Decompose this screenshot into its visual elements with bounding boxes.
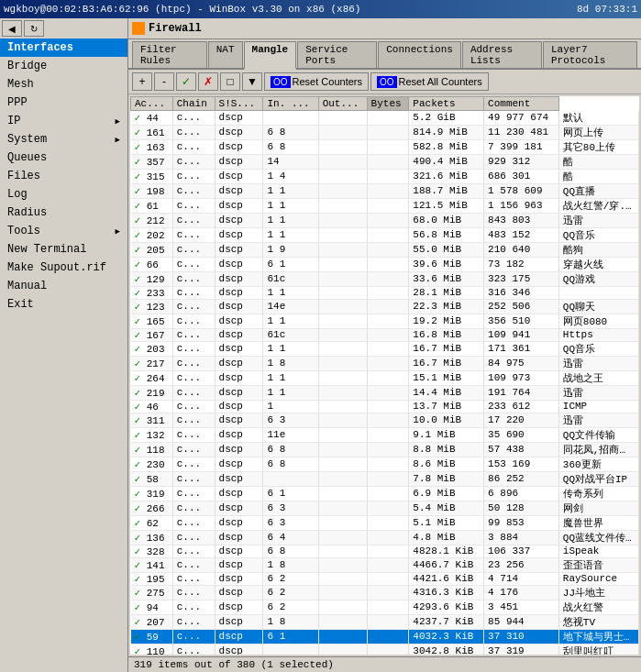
table-row[interactable]: ✓ 264c...dscp1 115.1 MiB109 973战地之王: [131, 370, 639, 385]
table-container[interactable]: Ac...ChainS!S...In. ...Out...BytesPacket…: [130, 96, 639, 655]
table-row[interactable]: ✓ 357c...dscp14490.4 MiB929 312酷: [131, 154, 639, 169]
table-row[interactable]: ✓ 217c...dscp1 816.7 MiB84 975迅雷: [131, 356, 639, 370]
sidebar-item-mesh[interactable]: Mesh: [0, 75, 127, 94]
sidebar-item-files[interactable]: Files: [0, 167, 127, 185]
cell-c: c...: [172, 356, 215, 370]
sidebar-item-tools[interactable]: Tools▶: [0, 222, 127, 240]
table-row[interactable]: ✓ 165c...dscp1 119.2 MiB356 510网页8080: [131, 314, 639, 328]
table-row[interactable]: ✓ 123c...dscp14e22.3 MiB252 506QQ聊天: [131, 299, 639, 314]
copy-button[interactable]: □: [220, 72, 240, 91]
table-row[interactable]: ✓ 198c...dscp1 1188.7 MiB1 578 609QQ直播: [131, 183, 639, 198]
sidebar-item-queues[interactable]: Queues: [0, 149, 127, 167]
cell-c: c...: [172, 271, 215, 286]
sidebar-item-log[interactable]: Log: [0, 185, 127, 204]
table-row[interactable]: ✓ 233c...dscp1 128.1 MiB316 346: [131, 286, 639, 299]
remove-button[interactable]: -: [154, 72, 174, 91]
table-row[interactable]: ✓ 46c...dscp113.7 MiB233 612ICMP: [131, 400, 639, 413]
table-row[interactable]: ✓ 141c...dscp1 84466.7 KiB23 256歪歪语音: [131, 557, 639, 572]
col-header-packets[interactable]: Packets: [409, 97, 484, 111]
table-row[interactable]: ✓ 167c...dscp61c16.8 MiB109 941Https: [131, 328, 639, 341]
reset-all-button[interactable]: OO Reset All Counters: [370, 72, 489, 91]
table-row[interactable]: ✓ 315c...dscp1 4321.6 MiB686 301酷: [131, 169, 639, 183]
table-row[interactable]: ✓ 136c...dscp6 44.8 MiB3 884QQ蓝线文件传输: [131, 530, 639, 545]
tab-service-ports[interactable]: Service Ports: [297, 41, 377, 68]
col-header-in[interactable]: In. ...: [263, 97, 318, 111]
cell-bytes: 582.8 MiB: [409, 139, 484, 154]
cell-packets: 85 944: [484, 614, 559, 629]
cell-comment: 传奇系列: [558, 486, 638, 501]
filter-button[interactable]: ▼: [242, 72, 262, 91]
col-header-comment[interactable]: Comment: [484, 97, 559, 111]
check-button[interactable]: ✓: [176, 72, 196, 91]
sidebar-item-system[interactable]: System▶: [0, 130, 127, 149]
table-row[interactable]: ✓ 207c...dscp1 84237.7 KiB85 944悠视TV: [131, 614, 639, 629]
table-row[interactable]: ✓ 118c...dscp6 88.8 MiB57 438同花凤,招商证卷: [131, 442, 639, 457]
table-row[interactable]: ✓ 59c...dscp6 14032.3 KiB37 310地下城与男士...: [131, 629, 639, 644]
table-row[interactable]: ✓ 161c...dscp6 8814.9 MiB11 230 481网页上传: [131, 125, 639, 139]
sidebar-item-interfaces[interactable]: Interfaces: [0, 39, 127, 57]
tab-layer7[interactable]: Layer7 Protocols: [543, 41, 637, 68]
table-row[interactable]: ✓ 266c...dscp6 35.4 MiB50 128网剑: [131, 501, 639, 515]
cell-packets: 1 578 609: [484, 183, 559, 198]
table-row[interactable]: ✓ 44c...dscp5.2 GiB49 977 674默认: [131, 111, 639, 126]
table-row[interactable]: ✓ 132c...dscp11e9.1 MiB35 690QQ文件传输: [131, 427, 639, 442]
table-row[interactable]: ✓ 61c...dscp1 1121.5 MiB1 156 963战火红警/穿.…: [131, 198, 639, 213]
table-row[interactable]: ✓ 219c...dscp1 114.4 MiB191 764迅雷: [131, 385, 639, 400]
table-row[interactable]: ✓ 319c...dscp6 16.9 MiB6 896传奇系列: [131, 486, 639, 501]
table-row[interactable]: ✓ 163c...dscp6 8582.8 MiB7 399 181其它80上传: [131, 139, 639, 154]
sidebar-item-ppp[interactable]: PPP: [0, 94, 127, 112]
cell-sss: 14e: [263, 299, 318, 314]
nav-forward-button[interactable]: ↻: [24, 20, 44, 37]
table-row[interactable]: ✓ 212c...dscp1 168.0 MiB843 803迅雷: [131, 213, 639, 227]
sidebar-item-manual[interactable]: Manual: [0, 277, 127, 295]
nav-back-button[interactable]: ◀: [2, 20, 22, 37]
cell-c: c...: [172, 328, 215, 341]
sidebar-item-make-supout[interactable]: Make Supout.rif: [0, 259, 127, 277]
table-row[interactable]: ✓ 203c...dscp1 116.7 MiB171 361QQ音乐: [131, 341, 639, 356]
col-header-bytes[interactable]: Bytes: [367, 97, 409, 111]
table-row[interactable]: ✓ 58c...dscp7.8 MiB86 252QQ对战平台IP: [131, 471, 639, 486]
tab-nat[interactable]: NAT: [208, 41, 243, 68]
cell-c: c...: [172, 314, 215, 328]
table-row[interactable]: ✓ 205c...dscp1 955.0 MiB210 640酷狗: [131, 242, 639, 257]
table-row[interactable]: ✓ 328c...dscp6 84828.1 KiB106 337iSpeak: [131, 545, 639, 557]
cell-ac: ✓ 198: [131, 183, 173, 198]
cell-in: [318, 169, 367, 183]
table-row[interactable]: ✓ 129c...dscp61c33.6 MiB323 175QQ游戏: [131, 271, 639, 286]
add-button[interactable]: +: [132, 72, 152, 91]
table-row[interactable]: ✓ 202c...dscp1 156.8 MiB483 152QQ音乐: [131, 227, 639, 242]
table-row[interactable]: ✓ 311c...dscp6 310.0 MiB17 220迅雷: [131, 413, 639, 427]
tab-mangle[interactable]: Mangle: [244, 41, 297, 70]
col-header-ac[interactable]: Ac...: [131, 97, 173, 111]
cell-c: c...: [172, 413, 215, 427]
reset-counters-button[interactable]: OO Reset Counters: [264, 72, 369, 91]
tab-connections[interactable]: Connections: [378, 41, 461, 68]
sidebar-item-new-terminal[interactable]: New Terminal: [0, 240, 127, 259]
table-row[interactable]: ✓ 195c...dscp6 24421.6 KiB4 714RaySource: [131, 572, 639, 585]
cell-c: c...: [172, 614, 215, 629]
sidebar-item-exit[interactable]: Exit: [0, 295, 127, 314]
sidebar-item-radius[interactable]: Radius: [0, 204, 127, 222]
cell-bytes: 4293.6 KiB: [409, 600, 484, 614]
cross-button[interactable]: ✗: [198, 72, 218, 91]
cell-in: [318, 328, 367, 341]
tab-address-lists[interactable]: Address Lists: [462, 41, 542, 68]
col-header-chain[interactable]: Chain: [172, 97, 215, 111]
table-row[interactable]: ✓ 275c...dscp6 24316.3 KiB4 176JJ斗地主: [131, 585, 639, 600]
col-header-sss[interactable]: S!S...: [215, 97, 263, 111]
sidebar-item-ip[interactable]: IP▶: [0, 112, 127, 130]
table-row[interactable]: ✓ 62c...dscp6 35.1 MiB99 853魔兽世界: [131, 515, 639, 530]
table-row[interactable]: ✓ 66c...dscp6 139.6 MiB73 182穿越火线: [131, 257, 639, 271]
cell-in: [318, 257, 367, 271]
cell-ac: ✓ 233: [131, 286, 173, 299]
cell-sss: 1 1: [263, 370, 318, 385]
cell-sss: 6 3: [263, 515, 318, 530]
table-row[interactable]: ✓ 110c...dscp3042.8 KiB37 319刮里叫红叮: [131, 644, 639, 655]
sidebar-item-bridge[interactable]: Bridge: [0, 57, 127, 75]
table-row[interactable]: ✓ 230c...dscp6 88.6 MiB153 169360更新: [131, 457, 639, 471]
col-header-out[interactable]: Out...: [318, 97, 367, 111]
sidebar: ◀ ↻ InterfacesBridgeMeshPPPIP▶System▶Que…: [0, 18, 128, 672]
table-row[interactable]: ✓ 94c...dscp6 24293.6 KiB3 451战火红警: [131, 600, 639, 614]
cell-bytes: 4.8 MiB: [409, 530, 484, 545]
tab-filter-rules[interactable]: Filter Rules: [132, 41, 207, 68]
